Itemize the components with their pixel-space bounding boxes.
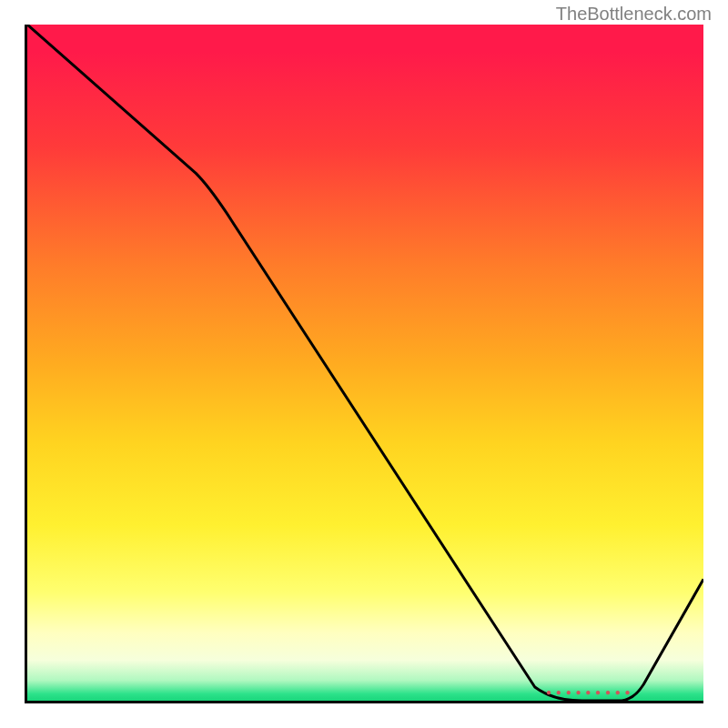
watermark-text: TheBottleneck.com	[556, 4, 712, 25]
heat-gradient-background	[27, 25, 703, 701]
chart-plot-area: ● ● ● ● ● ● ● ● ●	[25, 25, 703, 703]
optimal-zone-marker: ● ● ● ● ● ● ● ● ●	[546, 687, 632, 697]
